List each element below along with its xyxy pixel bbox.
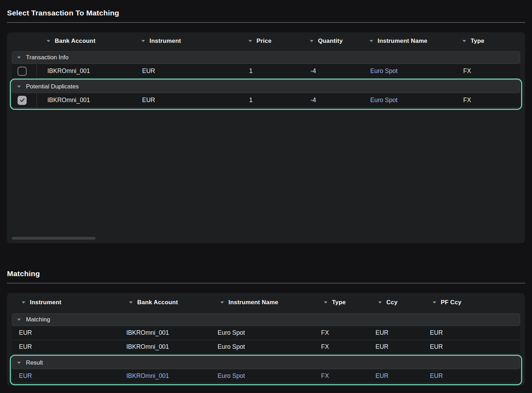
- cell-price: 1: [239, 93, 300, 107]
- chevron-down-icon[interactable]: [248, 40, 252, 42]
- page-title: Select Transaction To Matching: [7, 0, 525, 18]
- column-header-type[interactable]: Type: [453, 32, 520, 50]
- matching-section: Matching Instrument Bank Account Instrum…: [0, 269, 532, 386]
- cell-type: FX: [314, 326, 368, 340]
- chevron-down-icon[interactable]: [433, 301, 436, 304]
- table-row[interactable]: IBKROmni_001 EUR 1 -4 Euro Spot FX: [12, 93, 520, 108]
- chevron-down-icon[interactable]: [220, 301, 224, 304]
- group-header-potential-duplicates[interactable]: Potential Duplicates: [12, 80, 520, 93]
- column-header-label: Price: [257, 38, 272, 45]
- group-label: Matching: [26, 316, 50, 323]
- cell-bank-account: IBKROmni_001: [119, 369, 211, 383]
- column-header-bank-account[interactable]: Bank Account: [119, 293, 211, 312]
- column-header-label: Bank Account: [137, 299, 178, 306]
- cell-instrument: EUR: [12, 369, 119, 383]
- group-result: Result EUR IBKROmni_001 Euro Spot FX EUR…: [10, 355, 522, 385]
- group-label: Potential Duplicates: [26, 83, 79, 90]
- cell-price: 1: [239, 64, 300, 78]
- column-header-type[interactable]: Type: [314, 293, 368, 312]
- cell-instrument-name: Euro Spot: [211, 326, 314, 340]
- column-header-instrument[interactable]: Instrument: [132, 32, 239, 50]
- column-header-pf-ccy[interactable]: PF Ccy: [423, 293, 520, 312]
- chevron-down-icon[interactable]: [17, 56, 21, 59]
- chevron-down-icon[interactable]: [17, 86, 21, 88]
- group-potential-duplicates: Potential Duplicates IBKROmni_001 EUR 1 …: [10, 79, 522, 110]
- cell-type: FX: [453, 64, 520, 78]
- cell-instrument: EUR: [12, 326, 119, 340]
- cell-instrument-name-link[interactable]: Euro Spot: [360, 93, 453, 107]
- column-header-label: Quantity: [318, 38, 343, 45]
- horizontal-scrollbar-thumb[interactable]: [12, 237, 95, 240]
- cell-bank-account: IBKROmni_001: [37, 93, 132, 107]
- cell-ccy: EUR: [368, 340, 423, 354]
- cell-bank-account: IBKROmni_001: [119, 326, 211, 340]
- section-title: Matching: [7, 269, 525, 278]
- column-header-instrument[interactable]: Instrument: [12, 293, 119, 312]
- cell-bank-account: IBKROmni_001: [119, 340, 211, 354]
- row-checkbox[interactable]: [18, 67, 27, 76]
- row-checkbox[interactable]: [18, 96, 27, 105]
- table-header-row: Instrument Bank Account Instrument Name …: [12, 293, 520, 312]
- chevron-down-icon[interactable]: [129, 301, 133, 304]
- column-header-label: Instrument: [30, 299, 61, 306]
- chevron-down-icon[interactable]: [370, 40, 373, 42]
- cell-instrument: EUR: [12, 340, 119, 354]
- cell-instrument: EUR: [132, 93, 239, 107]
- column-header-ccy[interactable]: Ccy: [368, 293, 423, 312]
- cell-type: FX: [314, 340, 368, 354]
- column-header-bank-account[interactable]: Bank Account: [37, 32, 132, 50]
- group-transaction-info: Transaction Info IBKROmni_001 EUR 1 -4 E…: [12, 51, 520, 79]
- cell-ccy: EUR: [368, 326, 423, 340]
- cell-instrument: EUR: [132, 64, 239, 78]
- group-label: Result: [26, 359, 43, 366]
- column-header-label: Type: [332, 299, 346, 306]
- title-divider: [7, 22, 525, 23]
- chevron-down-icon[interactable]: [17, 362, 21, 364]
- cell-instrument-name-link[interactable]: Euro Spot: [360, 64, 453, 78]
- checkbox-cell: [12, 93, 37, 107]
- cell-instrument-name: Euro Spot: [211, 340, 314, 354]
- chevron-down-icon[interactable]: [310, 40, 313, 42]
- column-header-instrument-name[interactable]: Instrument Name: [211, 293, 314, 312]
- transactions-table: Bank Account Instrument Price Quantity I…: [7, 32, 525, 243]
- column-header-label: Instrument: [149, 38, 181, 45]
- chevron-down-icon[interactable]: [17, 319, 21, 321]
- checkbox-check-icon: [19, 97, 25, 103]
- cell-bank-account: IBKROmni_001: [37, 64, 132, 78]
- cell-quantity: -4: [300, 64, 360, 78]
- group-label: Transaction Info: [26, 54, 68, 61]
- cell-type: FX: [314, 369, 368, 383]
- cell-type: FX: [453, 93, 520, 107]
- chevron-down-icon[interactable]: [324, 301, 327, 304]
- table-row[interactable]: IBKROmni_001 EUR 1 -4 Euro Spot FX: [12, 64, 520, 79]
- column-header-instrument-name[interactable]: Instrument Name: [360, 32, 453, 50]
- cell-pf-ccy: EUR: [423, 340, 520, 354]
- table-row[interactable]: EUR IBKROmni_001 Euro Spot FX EUR EUR: [12, 326, 520, 340]
- table-header-row: Bank Account Instrument Price Quantity I…: [12, 32, 520, 50]
- table-row[interactable]: EUR IBKROmni_001 Euro Spot FX EUR EUR: [12, 369, 520, 383]
- column-header-label: Bank Account: [55, 38, 95, 45]
- group-matching: Matching EUR IBKROmni_001 Euro Spot FX E…: [12, 313, 520, 354]
- chevron-down-icon[interactable]: [22, 301, 25, 304]
- chevron-down-icon[interactable]: [378, 301, 382, 304]
- cell-quantity: -4: [300, 93, 360, 107]
- column-header-price[interactable]: Price: [239, 32, 300, 50]
- group-header-transaction-info[interactable]: Transaction Info: [12, 51, 520, 64]
- title-divider: [7, 283, 525, 284]
- chevron-down-icon[interactable]: [463, 40, 466, 42]
- matching-table: Instrument Bank Account Instrument Name …: [7, 293, 525, 386]
- group-header-result[interactable]: Result: [12, 357, 520, 369]
- table-row[interactable]: EUR IBKROmni_001 Euro Spot FX EUR EUR: [12, 340, 520, 354]
- chevron-down-icon[interactable]: [47, 40, 50, 42]
- column-header-label: Instrument Name: [228, 299, 278, 306]
- column-header-label: Type: [471, 38, 484, 45]
- cell-ccy: EUR: [368, 369, 423, 383]
- group-header-matching[interactable]: Matching: [12, 313, 520, 326]
- column-header-label: PF Ccy: [441, 299, 461, 306]
- column-header-label: Ccy: [386, 299, 398, 306]
- select-transaction-section: Select Transaction To Matching Bank Acco…: [0, 0, 532, 243]
- cell-pf-ccy: EUR: [423, 369, 520, 383]
- column-header-quantity[interactable]: Quantity: [300, 32, 360, 50]
- chevron-down-icon[interactable]: [141, 40, 145, 42]
- cell-instrument-name-link[interactable]: Euro Spot: [211, 369, 314, 383]
